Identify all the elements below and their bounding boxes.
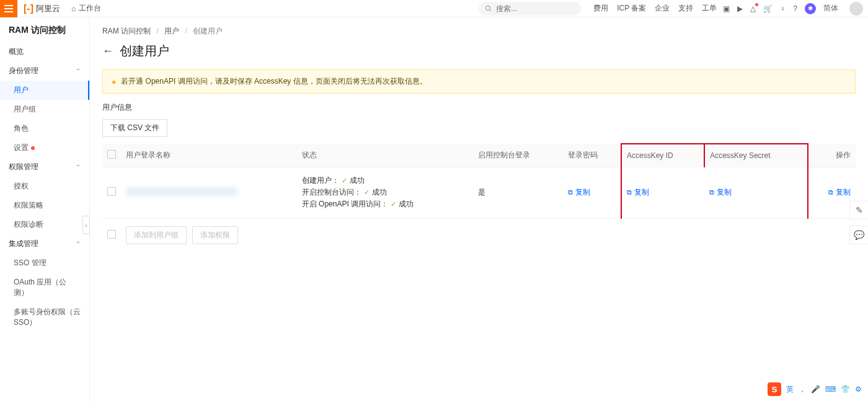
home-icon: ⌂ <box>71 4 76 13</box>
col-password: 登录密码 <box>563 144 621 167</box>
login-name-value <box>126 187 237 196</box>
chat-float-icon[interactable]: 💬 <box>849 226 868 244</box>
checkbox-bulk[interactable] <box>107 230 116 239</box>
top-link-support[interactable]: 支持 <box>678 3 693 14</box>
ime-bar: S 英 ， 🎤 ⌨ 👕 ⚙ <box>768 382 862 396</box>
search-box[interactable] <box>479 2 581 15</box>
top-bar: [-] 阿里云 ⌂ 工作台 费用 ICP 备案 企业 支持 工单 ▣ ▶ △ 🛒… <box>0 0 868 17</box>
ime-toolbox-icon[interactable]: ⚙ <box>855 385 862 394</box>
sidebar-title: RAM 访问控制 <box>0 25 89 42</box>
bulk-action-row: 添加到用户组 添加权限 <box>102 218 856 252</box>
cart-icon[interactable]: 🛒 <box>763 4 773 13</box>
ime-skin-icon[interactable]: 👕 <box>841 385 850 394</box>
sidebar-collapse[interactable]: ‹ <box>82 216 90 234</box>
top-icons: ▣ ▶ △ 🛒 ♀ ? ✱ 简体 <box>723 3 838 14</box>
checkbox-row[interactable] <box>107 187 116 196</box>
sidebar-item-cloudsso[interactable]: 多账号身份权限（云 SSO） <box>0 302 89 332</box>
section-title: 用户信息 <box>102 102 856 113</box>
copy-ak-id[interactable]: ⧉复制 <box>627 187 649 198</box>
sidebar-item-roles[interactable]: 角色 <box>0 119 89 138</box>
sidebar-item-policy[interactable]: 权限策略 <box>0 196 89 215</box>
sidebar-item-sso[interactable]: SSO 管理 <box>0 253 89 273</box>
warning-icon: ● <box>112 77 116 86</box>
copy-password[interactable]: ⧉复制 <box>568 187 590 198</box>
edit-float-icon[interactable]: ✎ <box>849 201 868 219</box>
search-icon <box>485 5 492 12</box>
check-icon: ✓ <box>391 199 396 210</box>
copy-icon: ⧉ <box>709 188 714 196</box>
sidebar: RAM 访问控制 概览 身份管理⌃ 用户 用户组 角色 设置 权限管理⌃ 授权 … <box>0 17 90 401</box>
chevron-up-icon: ⌃ <box>76 240 81 247</box>
top-link-enterprise[interactable]: 企业 <box>655 3 670 14</box>
col-ak-secret: AccessKey Secret <box>704 144 808 167</box>
breadcrumb-root[interactable]: RAM 访问控制 <box>102 27 151 35</box>
float-panel: ✎ 💬 <box>849 201 868 244</box>
copy-icon: ⧉ <box>828 188 833 196</box>
col-login-name: 用户登录名称 <box>121 144 297 167</box>
sidebar-item-groups[interactable]: 用户组 <box>0 100 89 119</box>
sidebar-item-diagnose[interactable]: 权限诊断 <box>0 215 89 234</box>
main-content: RAM 访问控制 / 用户 / 创建用户 ← 创建用户 ● 若开通 OpenAP… <box>90 17 868 401</box>
check-icon: ✓ <box>342 175 347 187</box>
ime-keyboard-icon[interactable]: ⌨ <box>825 385 836 394</box>
breadcrumb-current: 创建用户 <box>193 27 223 35</box>
col-status: 状态 <box>297 144 473 167</box>
chevron-up-icon: ⌃ <box>76 164 81 170</box>
sidebar-item-users[interactable]: 用户 <box>0 81 89 100</box>
copy-ak-secret[interactable]: ⧉复制 <box>709 187 732 198</box>
check-icon: ✓ <box>364 187 370 198</box>
col-console: 启用控制台登录 <box>473 144 563 167</box>
sidebar-item-settings[interactable]: 设置 <box>0 138 89 157</box>
sidebar-group-integration[interactable]: 集成管理⌃ <box>0 234 89 253</box>
sidebar-item-oauth[interactable]: OAuth 应用（公测） <box>0 273 89 302</box>
sidebar-item-grant[interactable]: 授权 <box>0 177 89 196</box>
console-value: 是 <box>473 167 563 219</box>
sidebar-group-permission[interactable]: 权限管理⌃ <box>0 157 89 177</box>
top-link-icp[interactable]: ICP 备案 <box>617 3 646 14</box>
cloud-shell-icon[interactable]: ▣ <box>723 4 730 13</box>
help-icon[interactable]: ? <box>793 4 797 13</box>
col-action: 操作 <box>808 144 856 167</box>
warning-banner: ● 若开通 OpenAPI 调用访问，请及时保存 AccessKey 信息，页面… <box>102 69 856 94</box>
add-permission-button[interactable]: 添加权限 <box>192 226 238 244</box>
bell-icon[interactable]: △ <box>750 4 756 13</box>
ime-lang[interactable]: 英 <box>786 384 794 395</box>
ime-mic-icon[interactable]: 🎤 <box>811 385 820 394</box>
user-table: 用户登录名称 状态 启用控制台登录 登录密码 AccessKey ID Acce… <box>102 143 856 252</box>
breadcrumb-users[interactable]: 用户 <box>164 27 179 35</box>
red-dot-icon <box>31 146 35 150</box>
download-csv-button[interactable]: 下载 CSV 文件 <box>102 119 167 137</box>
search-input[interactable] <box>496 4 575 13</box>
logo-icon: [-] <box>24 3 33 14</box>
svg-point-0 <box>486 6 490 10</box>
breadcrumb: RAM 访问控制 / 用户 / 创建用户 <box>102 26 856 37</box>
ime-badge[interactable]: S <box>768 382 781 396</box>
workspace-label: 工作台 <box>79 3 101 14</box>
checkbox-all[interactable] <box>107 150 116 159</box>
brand-text: 阿里云 <box>36 3 60 14</box>
terminal-icon[interactable]: ▶ <box>737 4 743 13</box>
copy-action[interactable]: ⧉复制 <box>828 187 851 198</box>
lang-badge-icon[interactable]: ✱ <box>805 3 816 14</box>
hamburger-menu[interactable] <box>0 0 17 17</box>
ime-punct-icon[interactable]: ， <box>799 384 806 395</box>
copy-icon: ⧉ <box>568 188 573 196</box>
brand-logo[interactable]: [-] 阿里云 <box>24 3 60 14</box>
top-link-ticket[interactable]: 工单 <box>702 3 717 14</box>
warning-text: 若开通 OpenAPI 调用访问，请及时保存 AccessKey 信息，页面关闭… <box>121 76 427 87</box>
add-to-group-button[interactable]: 添加到用户组 <box>126 226 187 244</box>
sidebar-item-overview[interactable]: 概览 <box>0 42 89 61</box>
top-links: 费用 ICP 备案 企业 支持 工单 <box>593 3 717 14</box>
back-arrow-icon[interactable]: ← <box>102 45 113 58</box>
workspace-link[interactable]: ⌂ 工作台 <box>71 3 101 14</box>
page-title: 创建用户 <box>120 43 169 59</box>
chevron-up-icon: ⌃ <box>76 68 81 74</box>
lang-label[interactable]: 简体 <box>823 3 838 14</box>
bulb-icon[interactable]: ♀ <box>780 4 786 13</box>
col-ak-id: AccessKey ID <box>621 144 704 167</box>
table-row: 创建用户：✓成功 开启控制台访问：✓成功 开启 OpenAPI 调用访问：✓成功… <box>102 167 856 219</box>
top-link-fee[interactable]: 费用 <box>593 3 608 14</box>
avatar[interactable] <box>849 2 863 15</box>
sidebar-group-identity[interactable]: 身份管理⌃ <box>0 61 89 81</box>
copy-icon: ⧉ <box>627 188 632 196</box>
